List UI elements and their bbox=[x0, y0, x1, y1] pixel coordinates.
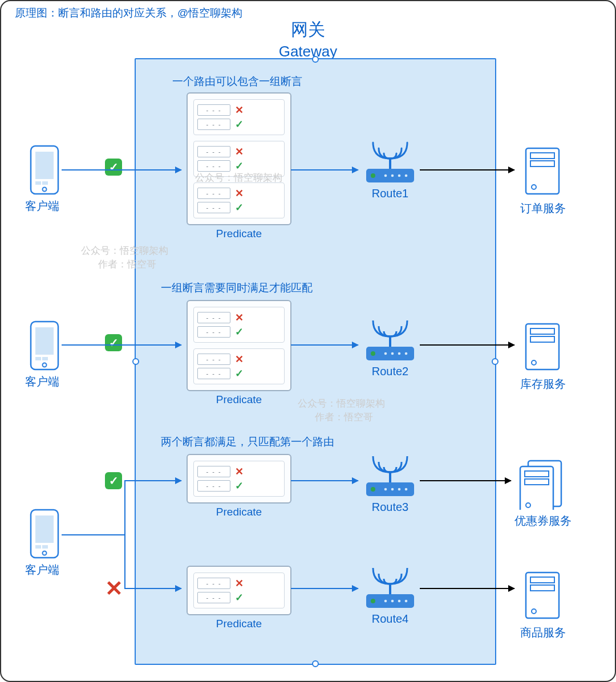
svg-point-6 bbox=[405, 174, 408, 177]
svg-point-13 bbox=[405, 352, 408, 355]
x-icon: ✕ bbox=[235, 577, 245, 590]
arrow-pred1-route bbox=[291, 169, 358, 170]
anchor-dot bbox=[312, 56, 319, 63]
svg-point-27 bbox=[405, 600, 408, 603]
predicate-row: - - -✕ bbox=[197, 577, 281, 590]
svg-point-18 bbox=[391, 488, 394, 491]
section1-label: 一个路由可以包含一组断言 bbox=[172, 74, 302, 89]
predicate-caption: Predicate bbox=[188, 618, 290, 630]
arrow-branch-pred3 bbox=[124, 480, 181, 481]
x-icon: ✕ bbox=[235, 465, 245, 478]
svg-point-17 bbox=[384, 488, 387, 491]
arrow-branch-pred4 bbox=[124, 588, 181, 589]
diagram-frame: 原理图：断言和路由的对应关系，@悟空聊架构 网关 Gateway 一个路由可以包… bbox=[0, 0, 616, 682]
predicate-bar: - - - bbox=[197, 160, 230, 172]
anchor-dot bbox=[492, 358, 499, 365]
svg-point-3 bbox=[384, 174, 387, 177]
svg-point-19 bbox=[398, 488, 401, 491]
svg-point-12 bbox=[398, 352, 401, 355]
server1-label: 订单服务 bbox=[520, 201, 565, 216]
svg-rect-40 bbox=[35, 545, 41, 549]
predicate-row: - - -✓ bbox=[197, 118, 281, 131]
svg-rect-39 bbox=[35, 515, 54, 543]
svg-rect-29 bbox=[35, 152, 54, 179]
watermark: 公众号：悟空聊架构作者：悟空哥 bbox=[298, 397, 385, 424]
svg-point-20 bbox=[405, 488, 408, 491]
predicate-bar: - - - bbox=[197, 480, 230, 492]
arrow-pred2-route bbox=[291, 344, 358, 346]
arrow-route3-server bbox=[420, 480, 511, 481]
svg-rect-41 bbox=[42, 545, 48, 549]
predicate-row: - - -✓ bbox=[197, 367, 281, 380]
check-badge-icon: ✓ bbox=[105, 472, 122, 489]
check-badge-icon: ✓ bbox=[105, 334, 122, 351]
predicate-row: - - -✓ bbox=[197, 326, 281, 338]
predicate-row: - - -✕ bbox=[197, 187, 281, 200]
predicate-bar: - - - bbox=[197, 592, 230, 603]
server-1: 订单服务 bbox=[520, 145, 565, 216]
arrow-client2-pred bbox=[62, 344, 181, 346]
arrow-pred4-route bbox=[291, 588, 358, 589]
watermark: 公众号：悟空聊架构 bbox=[195, 171, 282, 185]
check-icon: ✓ bbox=[235, 118, 245, 131]
svg-point-25 bbox=[391, 600, 394, 603]
arrow-route4-server bbox=[420, 588, 514, 589]
server2-label: 库存服务 bbox=[520, 376, 565, 392]
split-vline bbox=[124, 480, 125, 589]
svg-point-16 bbox=[371, 487, 375, 492]
predicate-box-2: - - -✕- - -✓- - -✕- - -✓Predicate bbox=[187, 300, 291, 391]
predicate-row: - - -✕ bbox=[197, 104, 281, 116]
svg-point-5 bbox=[398, 174, 401, 177]
x-icon: ✕ bbox=[235, 104, 245, 116]
router2-label: Route2 bbox=[363, 365, 418, 378]
router1-label: Route1 bbox=[363, 187, 418, 200]
x-icon: ✕ bbox=[235, 187, 245, 200]
predicate-bar: - - - bbox=[197, 368, 230, 379]
watermark: 公众号：悟空聊架构作者：悟空哥 bbox=[81, 244, 168, 271]
server4-label: 商品服务 bbox=[520, 625, 565, 640]
predicate-row: - - -✕ bbox=[197, 465, 281, 478]
svg-rect-30 bbox=[35, 181, 41, 185]
router-3: Route3 bbox=[363, 449, 418, 514]
client2-label: 客户端 bbox=[25, 374, 57, 389]
anchor-dot bbox=[132, 358, 139, 365]
predicate-box-4: - - -✕- - -✓Predicate bbox=[187, 566, 291, 615]
svg-point-26 bbox=[398, 600, 401, 603]
router3-label: Route3 bbox=[363, 501, 418, 514]
svg-point-2 bbox=[371, 173, 375, 178]
check-badge-icon: ✓ bbox=[105, 159, 122, 176]
router-4: Route4 bbox=[363, 561, 418, 626]
server3-label: 优惠券服务 bbox=[514, 513, 559, 529]
svg-rect-34 bbox=[35, 327, 54, 355]
arrow-pred3-route bbox=[291, 480, 358, 481]
check-icon: ✓ bbox=[235, 367, 245, 380]
anchor-dot bbox=[312, 660, 319, 667]
arrow-route1-server bbox=[420, 169, 514, 170]
check-icon: ✓ bbox=[235, 160, 245, 172]
predicate-row: - - -✕ bbox=[197, 311, 281, 324]
svg-rect-35 bbox=[35, 357, 41, 360]
x-icon: ✕ bbox=[235, 145, 245, 158]
predicate-caption: Predicate bbox=[188, 393, 290, 406]
predicate-row: - - -✕ bbox=[197, 145, 281, 158]
predicate-bar: - - - bbox=[197, 312, 230, 323]
predicate-row: - - -✓ bbox=[197, 591, 281, 604]
predicate-bar: - - - bbox=[197, 202, 230, 213]
check-icon: ✓ bbox=[235, 591, 245, 604]
client1-label: 客户端 bbox=[25, 198, 57, 214]
check-icon: ✓ bbox=[235, 201, 245, 214]
router-2: Route2 bbox=[363, 314, 418, 378]
predicate-row: - - -✓ bbox=[197, 201, 281, 214]
predicate-box-3: - - -✕- - -✓Predicate bbox=[187, 454, 291, 504]
arrow-route2-server bbox=[420, 344, 514, 346]
svg-point-9 bbox=[371, 351, 375, 356]
predicate-bar: - - - bbox=[197, 578, 230, 589]
client3-label: 客户端 bbox=[25, 562, 57, 578]
server-3: 优惠券服务 bbox=[514, 457, 559, 529]
x-mark-icon: ✕ bbox=[105, 576, 123, 601]
svg-point-11 bbox=[391, 352, 394, 355]
arrow-client3-split bbox=[62, 534, 124, 535]
svg-rect-31 bbox=[42, 181, 48, 185]
predicate-box-1: - - -✕- - -✓- - -✕- - -✓- - -✕- - -✓Pred… bbox=[187, 92, 291, 225]
predicate-bar: - - - bbox=[197, 326, 230, 338]
